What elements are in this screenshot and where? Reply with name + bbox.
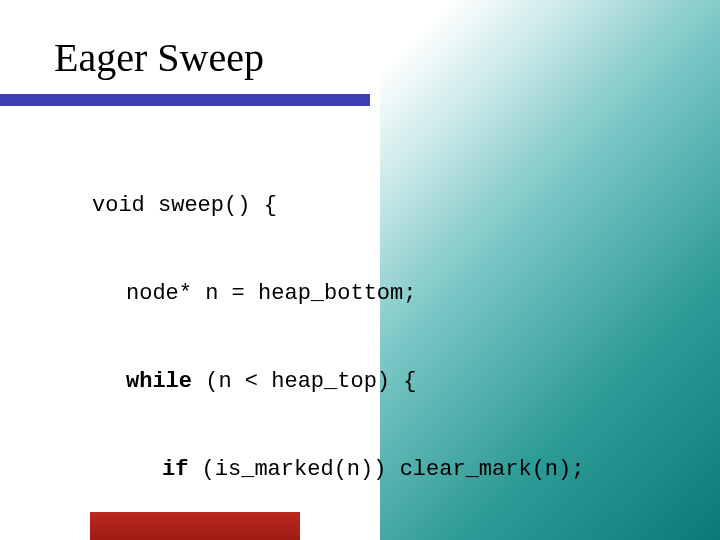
code-block: void sweep() { node* n = heap_bottom; wh…	[92, 140, 690, 540]
code-line: if (is_marked(n)) clear_mark(n);	[92, 448, 690, 492]
code-text: (is_marked(n)) clear_mark(n);	[188, 457, 584, 482]
code-line: node* n = heap_bottom;	[92, 272, 690, 316]
title-underline	[0, 94, 370, 106]
left-margin	[0, 0, 54, 540]
slide: Eager Sweep void sweep() { node* n = hea…	[0, 0, 720, 540]
code-line: void sweep() {	[92, 184, 690, 228]
code-line: while (n < heap_top) {	[92, 360, 690, 404]
footer-accent	[90, 512, 300, 540]
keyword-if: if	[162, 457, 188, 482]
code-text: (n < heap_top) {	[192, 369, 416, 394]
slide-title: Eager Sweep	[54, 34, 264, 81]
keyword-while: while	[126, 369, 192, 394]
